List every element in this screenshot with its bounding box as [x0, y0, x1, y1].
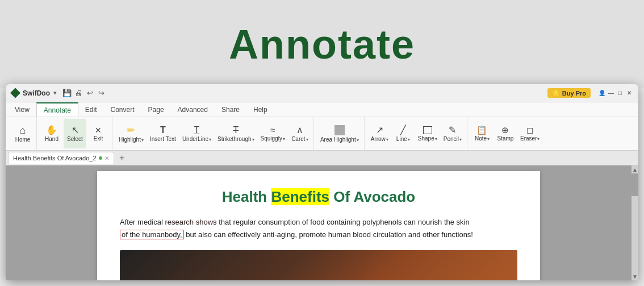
- eraser-dropdown-arrow: ▾: [537, 136, 540, 142]
- exit-button[interactable]: ✕ Exit: [87, 119, 110, 148]
- undo-button[interactable]: ↩: [85, 89, 94, 98]
- caret-button[interactable]: ∧ Caret ▾: [288, 119, 311, 148]
- line-label: Line: [396, 136, 407, 142]
- insert-text-label: Insert Text: [150, 136, 176, 142]
- strikethrough-dropdown-arrow: ▾: [252, 137, 254, 142]
- stamp-label: Stamp: [497, 135, 514, 142]
- area-dropdown-arrow: ▾: [357, 138, 359, 143]
- squiggly-label: Squiggly: [261, 135, 282, 142]
- eraser-label: Eraser: [520, 135, 537, 142]
- scrollbar-up-arrow[interactable]: ▲: [632, 165, 638, 173]
- select-label: Select: [67, 136, 83, 142]
- tab-convert[interactable]: Convert: [104, 102, 141, 117]
- background-area: Annotate: [0, 0, 644, 88]
- hand-icon: ✋: [46, 126, 57, 135]
- user-icon[interactable]: 👤: [597, 89, 607, 98]
- squiggly-button[interactable]: ≈ Squiggly ▾: [258, 119, 288, 148]
- caret-icon: ∧: [296, 126, 303, 135]
- home-button[interactable]: ⌂ Home: [11, 119, 34, 148]
- tab-help[interactable]: Help: [246, 102, 274, 117]
- scrollbar-thumb[interactable]: [632, 173, 638, 196]
- document-body: After medical research shows that regula…: [120, 216, 517, 241]
- note-button[interactable]: 📋 Note ▾: [471, 119, 494, 148]
- insert-text-icon: T: [160, 126, 166, 135]
- shape-button[interactable]: Shape ▾: [415, 119, 440, 148]
- underline-button[interactable]: T UnderLine ▾: [179, 119, 214, 148]
- app-window: SwifDoo ▾ 💾 🖨 ↩ ↪ ⭐ Buy Pro 👤 — □ ✕ View…: [6, 84, 638, 280]
- scrollbar-track[interactable]: [632, 173, 638, 272]
- pencil-label: Pencil: [444, 136, 459, 142]
- tab-share[interactable]: Share: [215, 102, 246, 117]
- tab-annotate[interactable]: Annotate: [36, 102, 78, 117]
- minimize-button[interactable]: —: [607, 89, 616, 98]
- select-icon: ↖: [72, 126, 79, 135]
- home-label: Home: [15, 136, 31, 143]
- line-icon: ╱: [400, 126, 406, 135]
- shape-label: Shape: [418, 135, 434, 142]
- note-dropdown-arrow: ▾: [487, 136, 490, 142]
- doc-modified-indicator: [99, 156, 102, 160]
- scrollbar-down-arrow[interactable]: ▼: [632, 272, 638, 280]
- doc-tab-bar: Health Benefits Of Avocado_2 ✕ +: [6, 151, 638, 165]
- title-bar: SwifDoo ▾ 💾 🖨 ↩ ↪ ⭐ Buy Pro 👤 — □ ✕: [6, 84, 638, 102]
- close-button[interactable]: ✕: [625, 89, 634, 98]
- highlight-button[interactable]: ✏ Highlight ▾: [116, 119, 147, 148]
- pencil-icon: ✎: [449, 126, 456, 135]
- doc-tab-close-button[interactable]: ✕: [104, 155, 109, 161]
- document-area[interactable]: Health Benefits Of Avocado After medical…: [6, 165, 632, 280]
- select-group: ✋ Hand ↖ Select ✕ Exit: [38, 117, 112, 150]
- app-name: SwifDoo: [23, 89, 50, 97]
- strikethrough-icon: T: [233, 126, 239, 135]
- caret-dropdown-arrow: ▾: [306, 137, 308, 142]
- exit-label: Exit: [94, 135, 103, 142]
- tab-advanced[interactable]: Advanced: [171, 102, 215, 117]
- ribbon: View Annotate Edit Convert Page Advanced…: [6, 102, 638, 151]
- body-paragraph-2: of the humanbody, but also can effective…: [120, 229, 517, 241]
- eraser-button[interactable]: ◻ Eraser ▾: [517, 119, 542, 148]
- body-line2-boxed: of the humanbody,: [120, 230, 184, 239]
- select-button[interactable]: ↖ Select: [64, 119, 86, 148]
- strikethrough-button[interactable]: T Strikethrough ▾: [215, 119, 257, 148]
- app-dropdown-arrow[interactable]: ▾: [53, 89, 57, 97]
- tab-edit[interactable]: Edit: [78, 102, 104, 117]
- ribbon-tools: ⌂ Home ✋ Hand ↖ Select ✕ Exit: [6, 117, 638, 150]
- body-line1-strikethrough: research shows: [165, 218, 216, 226]
- hand-button[interactable]: ✋ Hand: [40, 119, 63, 148]
- arrow-icon: ↗: [376, 126, 383, 135]
- tab-view[interactable]: View: [8, 102, 36, 117]
- arrow-button[interactable]: ↗ Arrow ▾: [368, 119, 391, 148]
- strikethrough-label: Strikethrough: [218, 136, 251, 142]
- home-icon: ⌂: [20, 125, 26, 135]
- document-image: [120, 250, 517, 280]
- area-highlight-icon: [334, 125, 345, 135]
- redo-button[interactable]: ↪: [97, 89, 106, 98]
- eraser-icon: ◻: [526, 126, 533, 134]
- page-heading: Annotate: [229, 21, 415, 68]
- print-button[interactable]: 🖨: [74, 89, 83, 98]
- caret-label: Caret: [291, 136, 305, 142]
- document-tab[interactable]: Health Benefits Of Avocado_2 ✕: [8, 152, 114, 164]
- pencil-dropdown-arrow: ▾: [459, 137, 462, 142]
- image-overlay: [279, 250, 517, 280]
- document-page: Health Benefits Of Avocado After medical…: [97, 171, 540, 280]
- highlight-icon: ✏: [127, 125, 135, 135]
- arrow-label: Arrow: [371, 136, 386, 142]
- insert-text-button[interactable]: T Insert Text: [147, 119, 179, 148]
- buy-pro-button[interactable]: ⭐ Buy Pro: [547, 88, 591, 98]
- area-highlight-button[interactable]: Area Highlight ▾: [317, 119, 362, 148]
- main-content: Health Benefits Of Avocado After medical…: [6, 165, 638, 280]
- heading-after: Of Avocado: [329, 188, 415, 205]
- add-tab-button[interactable]: +: [116, 152, 128, 164]
- stamp-group: 📋 Note ▾ ⊕ Stamp ◻ Eraser ▾: [469, 117, 545, 150]
- vertical-scrollbar[interactable]: ▲ ▼: [632, 165, 638, 280]
- buy-pro-icon: ⭐: [552, 89, 560, 97]
- line-button[interactable]: ╱ Line ▾: [392, 119, 415, 148]
- heading-highlight: Benefits: [271, 188, 329, 205]
- pencil-button[interactable]: ✎ Pencil ▾: [441, 119, 465, 148]
- tab-page[interactable]: Page: [141, 102, 171, 117]
- stamp-button[interactable]: ⊕ Stamp: [494, 119, 517, 148]
- maximize-button[interactable]: □: [616, 89, 625, 98]
- line-dropdown-arrow: ▾: [408, 137, 410, 142]
- document-heading: Health Benefits Of Avocado: [120, 188, 517, 206]
- save-button[interactable]: 💾: [62, 89, 72, 98]
